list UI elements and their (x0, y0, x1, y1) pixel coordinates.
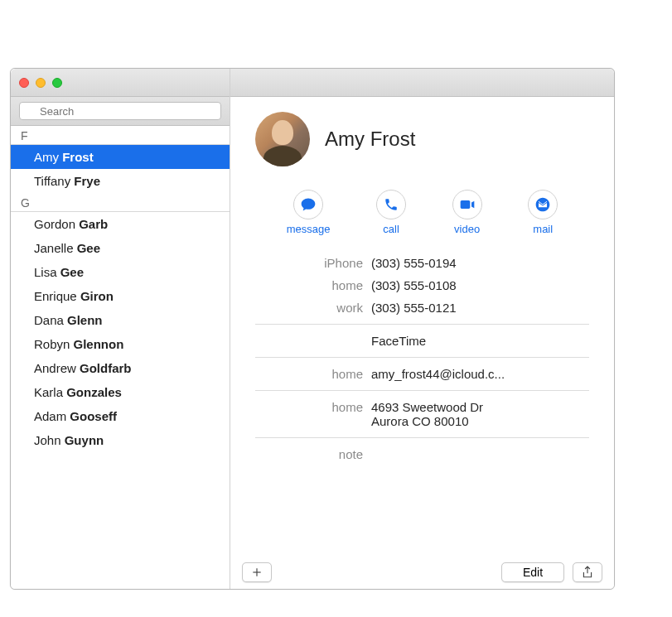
contact-row[interactable]: Enrique Giron (11, 284, 230, 308)
contact-first-name: Tiffany (34, 174, 74, 188)
contact-first-name: Adam (34, 409, 70, 423)
contact-detail: Amy Frost message call (230, 69, 614, 589)
phone-row: work(303) 555-0121 (255, 296, 589, 319)
contact-row[interactable]: Dana Glenn (11, 308, 230, 332)
detail-footer: Edit (230, 556, 614, 589)
contact-name: Amy Frost (325, 128, 415, 151)
field-value[interactable]: amy_frost44@icloud.c... (371, 367, 589, 381)
field-value[interactable]: (303) 555-0194 (371, 256, 589, 270)
contact-first-name: Gordon (34, 217, 79, 231)
contact-first-name: John (34, 433, 65, 447)
contact-last-name: Frost (62, 150, 94, 164)
note-row: note (255, 443, 589, 465)
contact-first-name: Robyn (34, 337, 74, 351)
phone-row: home(303) 555-0108 (255, 274, 589, 296)
contact-row[interactable]: Janelle Gee (11, 236, 230, 260)
detail-titlebar (230, 69, 614, 97)
contact-row[interactable]: Robyn Glennon (11, 332, 230, 356)
fields: iPhone(303) 555-0194home(303) 555-0108wo… (255, 252, 589, 465)
video-label: video (454, 223, 480, 235)
contact-row[interactable]: Lisa Gee (11, 260, 230, 284)
field-value[interactable]: (303) 555-0121 (371, 301, 589, 315)
action-row: message call video (255, 190, 589, 235)
edit-button[interactable]: Edit (501, 562, 564, 582)
window-titlebar (11, 69, 230, 97)
contact-last-name: Gee (60, 265, 84, 279)
divider (255, 324, 589, 325)
contact-row[interactable]: Karla Gonzales (11, 380, 230, 404)
field-label (255, 334, 363, 348)
avatar[interactable] (255, 112, 310, 166)
message-icon (293, 190, 323, 219)
share-button[interactable] (573, 562, 602, 582)
contact-last-name: Goldfarb (80, 361, 132, 375)
field-label: note (255, 447, 363, 461)
divider (255, 357, 589, 358)
contacts-window: FAmy FrostTiffany FryeGGordon GarbJanell… (10, 68, 615, 590)
contact-last-name: Gee (77, 241, 100, 255)
contact-row[interactable]: Adam Gooseff (11, 404, 230, 428)
call-button[interactable]: call (376, 190, 406, 235)
contact-first-name: Amy (34, 150, 62, 164)
video-icon (452, 190, 482, 219)
contact-last-name: Gonzales (66, 385, 122, 399)
close-button[interactable] (19, 78, 29, 88)
contact-row[interactable]: Tiffany Frye (11, 169, 230, 193)
section-header: F (11, 126, 230, 145)
facetime-row: FaceTime (255, 330, 589, 352)
contact-first-name: Karla (34, 385, 66, 399)
contact-first-name: Dana (34, 313, 67, 327)
field-label: work (255, 301, 363, 315)
contact-list[interactable]: FAmy FrostTiffany FryeGGordon GarbJanell… (11, 126, 230, 589)
field-label: home (255, 367, 363, 381)
call-icon (376, 190, 406, 219)
mail-button[interactable]: mail (528, 190, 558, 235)
contact-last-name: Garb (79, 217, 108, 231)
message-label: message (287, 223, 331, 235)
contact-first-name: Andrew (34, 361, 80, 375)
call-label: call (383, 223, 399, 235)
address-row: home4693 Sweetwood DrAurora CO 80010 (255, 396, 589, 432)
contact-last-name: Giron (80, 289, 114, 303)
phone-row: iPhone(303) 555-0194 (255, 252, 589, 274)
contact-first-name: Janelle (34, 241, 77, 255)
field-value[interactable] (371, 447, 589, 461)
minimize-button[interactable] (36, 78, 46, 88)
field-value[interactable]: FaceTime (371, 334, 589, 348)
contact-last-name: Guynn (65, 433, 104, 447)
contact-row[interactable]: Amy Frost (11, 145, 230, 169)
field-value[interactable]: (303) 555-0108 (371, 278, 589, 292)
detail-header: Amy Frost (255, 112, 589, 166)
sidebar: FAmy FrostTiffany FryeGGordon GarbJanell… (11, 69, 230, 589)
field-label: home (255, 400, 363, 428)
field-label: home (255, 278, 363, 292)
contact-row[interactable]: Gordon Garb (11, 212, 230, 236)
mail-icon (528, 190, 558, 219)
contact-last-name: Gooseff (70, 409, 117, 423)
search-wrap (11, 97, 230, 126)
section-header: G (11, 193, 230, 212)
add-button[interactable] (242, 562, 272, 582)
field-label: iPhone (255, 256, 363, 270)
contact-row[interactable]: John Guynn (11, 428, 230, 452)
maximize-button[interactable] (52, 78, 62, 88)
mail-label: mail (533, 223, 553, 235)
divider (255, 390, 589, 391)
video-button[interactable]: video (452, 190, 482, 235)
contact-first-name: Enrique (34, 289, 80, 303)
plus-icon (251, 566, 263, 578)
contact-last-name: Glenn (67, 313, 103, 327)
share-icon (582, 566, 593, 579)
email-row: homeamy_frost44@icloud.c... (255, 363, 589, 385)
contact-last-name: Frye (74, 174, 100, 188)
divider (255, 437, 589, 438)
field-value[interactable]: 4693 Sweetwood DrAurora CO 80010 (371, 400, 589, 428)
message-button[interactable]: message (287, 190, 331, 235)
search-input[interactable] (19, 102, 221, 120)
contact-first-name: Lisa (34, 265, 60, 279)
contact-last-name: Glennon (74, 337, 124, 351)
contact-row[interactable]: Andrew Goldfarb (11, 356, 230, 380)
